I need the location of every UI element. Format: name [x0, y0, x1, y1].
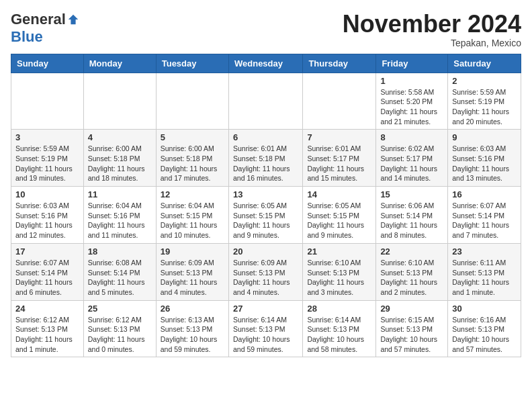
day-number: 3	[15, 132, 79, 142]
calendar-cell: 23Sunrise: 6:11 AM Sunset: 5:13 PM Dayli…	[448, 243, 521, 300]
day-number: 1	[380, 76, 443, 86]
day-number: 14	[307, 189, 371, 199]
day-info: Sunrise: 6:01 AM Sunset: 5:17 PM Dayligh…	[307, 144, 371, 183]
location-subtitle: Tepakan, Mexico	[343, 38, 521, 48]
calendar-cell: 16Sunrise: 6:07 AM Sunset: 5:14 PM Dayli…	[448, 187, 521, 244]
day-info: Sunrise: 6:08 AM Sunset: 5:14 PM Dayligh…	[88, 258, 152, 298]
calendar-cell: 13Sunrise: 6:05 AM Sunset: 5:15 PM Dayli…	[228, 187, 302, 244]
logo-general: General	[11, 11, 66, 28]
calendar-cell	[228, 73, 302, 130]
day-info: Sunrise: 6:10 AM Sunset: 5:13 PM Dayligh…	[380, 258, 443, 298]
day-number: 19	[161, 246, 224, 257]
day-number: 9	[452, 132, 517, 142]
weekday-header-friday: Friday	[376, 54, 448, 73]
calendar-cell: 1Sunrise: 5:58 AM Sunset: 5:20 PM Daylig…	[376, 73, 448, 130]
calendar-cell: 21Sunrise: 6:10 AM Sunset: 5:13 PM Dayli…	[303, 243, 376, 300]
day-info: Sunrise: 6:05 AM Sunset: 5:15 PM Dayligh…	[307, 201, 371, 240]
day-number: 25	[88, 304, 152, 314]
calendar-cell: 3Sunrise: 5:59 AM Sunset: 5:19 PM Daylig…	[11, 130, 84, 187]
calendar-cell: 28Sunrise: 6:14 AM Sunset: 5:13 PM Dayli…	[303, 300, 376, 357]
calendar-cell: 10Sunrise: 6:03 AM Sunset: 5:16 PM Dayli…	[11, 187, 84, 244]
title-block: November 2024 Tepakan, Mexico	[343, 11, 521, 48]
calendar-week-1: 1Sunrise: 5:58 AM Sunset: 5:20 PM Daylig…	[11, 73, 521, 130]
logo-blue: Blue	[11, 28, 43, 46]
month-title: November 2024	[343, 11, 521, 38]
day-number: 10	[15, 189, 79, 199]
calendar-cell: 26Sunrise: 6:13 AM Sunset: 5:13 PM Dayli…	[156, 300, 228, 357]
calendar-cell: 8Sunrise: 6:02 AM Sunset: 5:17 PM Daylig…	[376, 130, 448, 187]
weekday-header-wednesday: Wednesday	[228, 54, 302, 73]
day-number: 21	[307, 246, 371, 257]
calendar-cell: 11Sunrise: 6:04 AM Sunset: 5:16 PM Dayli…	[83, 187, 156, 244]
calendar-cell: 7Sunrise: 6:01 AM Sunset: 5:17 PM Daylig…	[303, 130, 376, 187]
day-number: 29	[380, 304, 443, 314]
weekday-header-sunday: Sunday	[11, 54, 84, 73]
day-number: 13	[233, 189, 298, 199]
day-info: Sunrise: 6:02 AM Sunset: 5:17 PM Dayligh…	[380, 144, 443, 183]
calendar-cell	[83, 73, 156, 130]
logo-icon	[67, 13, 79, 26]
day-number: 18	[88, 246, 152, 257]
calendar-cell: 27Sunrise: 6:14 AM Sunset: 5:13 PM Dayli…	[228, 300, 302, 357]
day-number: 27	[233, 304, 298, 314]
day-number: 11	[88, 189, 152, 199]
calendar-cell: 20Sunrise: 6:09 AM Sunset: 5:13 PM Dayli…	[228, 243, 302, 300]
svg-marker-0	[69, 15, 78, 24]
weekday-header-tuesday: Tuesday	[156, 54, 228, 73]
weekday-header-saturday: Saturday	[448, 54, 521, 73]
day-number: 4	[88, 132, 152, 142]
calendar-cell: 24Sunrise: 6:12 AM Sunset: 5:13 PM Dayli…	[11, 300, 84, 357]
calendar-table: SundayMondayTuesdayWednesdayThursdayFrid…	[11, 54, 521, 358]
day-number: 16	[452, 189, 517, 199]
calendar-cell: 30Sunrise: 6:16 AM Sunset: 5:13 PM Dayli…	[448, 300, 521, 357]
logo: General Blue	[11, 11, 79, 46]
calendar-cell: 22Sunrise: 6:10 AM Sunset: 5:13 PM Dayli…	[376, 243, 448, 300]
day-number: 30	[452, 304, 517, 314]
day-info: Sunrise: 5:59 AM Sunset: 5:19 PM Dayligh…	[452, 87, 517, 127]
day-number: 24	[15, 304, 79, 314]
day-number: 28	[307, 304, 371, 314]
day-info: Sunrise: 6:14 AM Sunset: 5:13 PM Dayligh…	[307, 315, 371, 355]
day-info: Sunrise: 6:04 AM Sunset: 5:15 PM Dayligh…	[161, 201, 224, 240]
day-number: 5	[161, 132, 224, 142]
calendar-cell: 12Sunrise: 6:04 AM Sunset: 5:15 PM Dayli…	[156, 187, 228, 244]
day-number: 2	[452, 76, 517, 86]
calendar-cell: 19Sunrise: 6:09 AM Sunset: 5:13 PM Dayli…	[156, 243, 228, 300]
day-number: 20	[233, 246, 298, 257]
day-info: Sunrise: 6:15 AM Sunset: 5:13 PM Dayligh…	[380, 315, 443, 355]
calendar-header-row: SundayMondayTuesdayWednesdayThursdayFrid…	[11, 54, 521, 73]
page-header: General Blue November 2024 Tepakan, Mexi…	[11, 11, 521, 48]
day-info: Sunrise: 5:58 AM Sunset: 5:20 PM Dayligh…	[380, 87, 443, 127]
day-number: 8	[380, 132, 443, 142]
day-info: Sunrise: 6:01 AM Sunset: 5:18 PM Dayligh…	[233, 144, 298, 183]
calendar-week-3: 10Sunrise: 6:03 AM Sunset: 5:16 PM Dayli…	[11, 187, 521, 244]
calendar-cell	[303, 73, 376, 130]
day-info: Sunrise: 6:12 AM Sunset: 5:13 PM Dayligh…	[88, 315, 152, 355]
calendar-cell: 2Sunrise: 5:59 AM Sunset: 5:19 PM Daylig…	[448, 73, 521, 130]
day-info: Sunrise: 6:04 AM Sunset: 5:16 PM Dayligh…	[88, 201, 152, 240]
day-info: Sunrise: 6:03 AM Sunset: 5:16 PM Dayligh…	[15, 201, 79, 240]
day-info: Sunrise: 6:13 AM Sunset: 5:13 PM Dayligh…	[161, 315, 224, 355]
day-number: 6	[233, 132, 298, 142]
day-number: 7	[307, 132, 371, 142]
calendar-cell: 4Sunrise: 6:00 AM Sunset: 5:18 PM Daylig…	[83, 130, 156, 187]
day-info: Sunrise: 6:16 AM Sunset: 5:13 PM Dayligh…	[452, 315, 517, 355]
calendar-cell: 25Sunrise: 6:12 AM Sunset: 5:13 PM Dayli…	[83, 300, 156, 357]
calendar-cell	[156, 73, 228, 130]
day-info: Sunrise: 6:10 AM Sunset: 5:13 PM Dayligh…	[307, 258, 371, 298]
day-number: 22	[380, 246, 443, 257]
day-info: Sunrise: 6:00 AM Sunset: 5:18 PM Dayligh…	[88, 144, 152, 183]
day-info: Sunrise: 6:12 AM Sunset: 5:13 PM Dayligh…	[15, 315, 79, 355]
calendar-cell	[11, 73, 84, 130]
day-info: Sunrise: 6:14 AM Sunset: 5:13 PM Dayligh…	[233, 315, 298, 355]
calendar-cell: 14Sunrise: 6:05 AM Sunset: 5:15 PM Dayli…	[303, 187, 376, 244]
calendar-cell: 18Sunrise: 6:08 AM Sunset: 5:14 PM Dayli…	[83, 243, 156, 300]
weekday-header-monday: Monday	[83, 54, 156, 73]
day-info: Sunrise: 6:00 AM Sunset: 5:18 PM Dayligh…	[161, 144, 224, 183]
day-info: Sunrise: 6:05 AM Sunset: 5:15 PM Dayligh…	[233, 201, 298, 240]
day-info: Sunrise: 6:06 AM Sunset: 5:14 PM Dayligh…	[380, 201, 443, 240]
day-info: Sunrise: 6:07 AM Sunset: 5:14 PM Dayligh…	[452, 201, 517, 240]
calendar-cell: 17Sunrise: 6:07 AM Sunset: 5:14 PM Dayli…	[11, 243, 84, 300]
day-info: Sunrise: 6:11 AM Sunset: 5:13 PM Dayligh…	[452, 258, 517, 298]
day-info: Sunrise: 6:09 AM Sunset: 5:13 PM Dayligh…	[161, 258, 224, 298]
